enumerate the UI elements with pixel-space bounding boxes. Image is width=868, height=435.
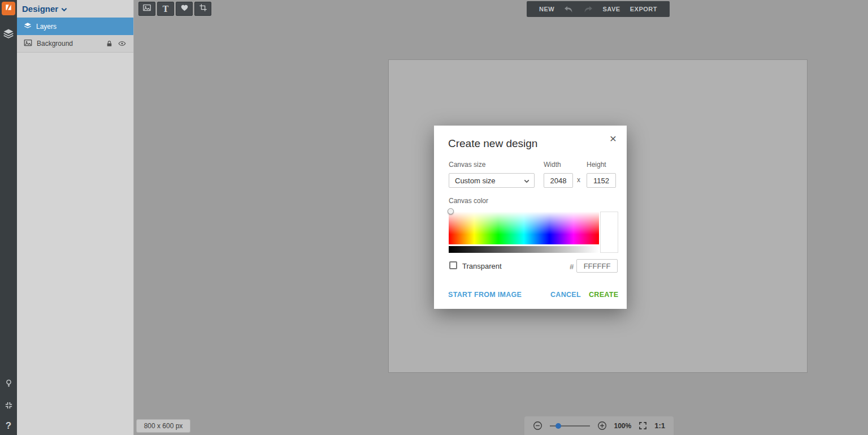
zoom-in-icon[interactable] (597, 421, 607, 430)
zoom-percent: 100% (614, 422, 632, 430)
image-tool-icon (142, 3, 151, 14)
heart-icon (180, 4, 189, 14)
help-icon: ? (6, 420, 11, 432)
help-button[interactable]: ? (0, 417, 17, 434)
layers-panel-button[interactable] (0, 26, 17, 43)
hex-prefix: # (570, 262, 574, 271)
canvas-size-select[interactable]: Custom size (449, 173, 535, 188)
height-label: Height (587, 161, 606, 169)
layer-row-background[interactable]: Background (17, 35, 133, 53)
canvas-size-value: Custom size (455, 176, 496, 185)
canvas-size-label: Canvas size (449, 161, 485, 169)
tools-toolbar: T (138, 2, 211, 16)
undo-icon[interactable] (564, 6, 574, 13)
app-title-menu[interactable]: Designer (17, 0, 133, 18)
image-icon (24, 38, 32, 49)
close-icon[interactable]: × (610, 132, 617, 144)
export-button[interactable]: EXPORT (630, 6, 657, 12)
zoom-out-icon[interactable] (533, 421, 542, 430)
left-rail: ? (0, 0, 17, 435)
zoom-slider[interactable] (550, 423, 590, 429)
crop-tool-button[interactable] (194, 2, 211, 16)
lock-icon[interactable] (106, 40, 113, 48)
sidebar: Designer Layers Background (17, 0, 134, 435)
zoom-ratio-button[interactable]: 1:1 (654, 421, 665, 430)
tab-layers-label: Layers (36, 23, 57, 31)
app-title: Designer (22, 4, 58, 14)
canvas-dimensions-badge: 800 x 600 px (136, 419, 190, 433)
top-right-toolbar: NEW SAVE EXPORT (527, 1, 670, 17)
color-preview-swatch (600, 212, 618, 253)
zoom-slider-knob[interactable] (555, 423, 561, 429)
expand-arrows-icon (5, 401, 13, 412)
cancel-button[interactable]: CANCEL (550, 291, 581, 299)
zoom-controls: 100% 1:1 (524, 416, 674, 435)
chevron-down-icon (61, 4, 67, 14)
color-gradient-picker[interactable] (449, 212, 599, 244)
text-tool-button[interactable]: T (157, 2, 174, 16)
visibility-eye-icon[interactable] (118, 40, 127, 48)
create-button[interactable]: CREATE (589, 291, 618, 299)
layers-icon (3, 28, 14, 41)
layer-name: Background (37, 40, 73, 48)
fullscreen-toggle-button[interactable] (0, 398, 17, 415)
image-tool-button[interactable] (138, 2, 155, 16)
width-input[interactable] (544, 173, 573, 188)
dialog-title: Create new design (448, 137, 537, 150)
new-button[interactable]: NEW (539, 6, 554, 12)
logo-icon (4, 3, 13, 14)
transparent-checkbox[interactable] (449, 261, 457, 269)
hex-color-input[interactable] (576, 259, 618, 273)
color-picker-handle[interactable] (448, 208, 454, 214)
shapes-tool-button[interactable] (176, 2, 193, 16)
brightness-slider[interactable] (449, 246, 599, 253)
lightbulb-icon (4, 378, 14, 390)
start-from-image-button[interactable]: START FROM IMAGE (448, 291, 522, 299)
canvas-color-label: Canvas color (449, 197, 488, 205)
save-button[interactable]: SAVE (603, 6, 620, 12)
width-label: Width (544, 161, 561, 169)
app-logo[interactable] (2, 2, 15, 15)
crop-icon (199, 3, 207, 14)
layers-icon (24, 21, 32, 31)
redo-icon[interactable] (583, 6, 593, 13)
create-new-design-dialog: Create new design × Canvas size Width He… (434, 126, 627, 309)
tips-button[interactable] (0, 376, 17, 393)
fit-screen-icon[interactable] (639, 421, 647, 430)
tab-layers[interactable]: Layers (17, 18, 133, 35)
chevron-down-icon (524, 176, 530, 185)
transparent-label: Transparent (462, 262, 502, 270)
height-input[interactable] (587, 173, 616, 188)
app-root: ? Designer Layers Background (0, 0, 868, 435)
text-tool-icon: T (163, 5, 168, 13)
times-separator: x (577, 176, 580, 184)
